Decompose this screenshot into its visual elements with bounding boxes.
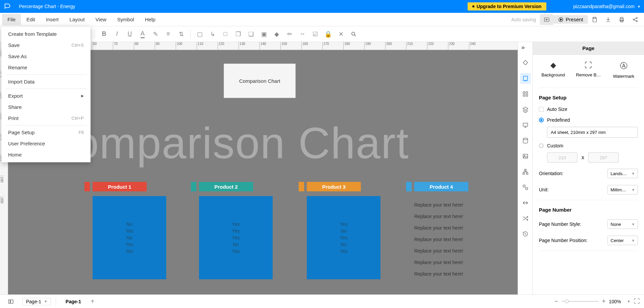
product-row[interactable]: Yes <box>232 228 240 234</box>
product-row[interactable]: No <box>126 235 132 240</box>
product-row[interactable]: No <box>126 221 132 227</box>
rail-image-icon[interactable] <box>520 151 531 162</box>
tool-background[interactable]: ◆Background <box>536 61 570 79</box>
expand-rail-icon[interactable]: » <box>521 44 525 51</box>
product-row[interactable]: Yes <box>126 248 133 254</box>
pn-style-select[interactable]: None▼ <box>608 219 638 229</box>
bold-icon[interactable]: B <box>98 28 110 40</box>
menu-insert[interactable]: Insert <box>41 14 64 25</box>
product-row[interactable]: No <box>341 242 347 247</box>
orientation-select[interactable]: Lands…▼ <box>608 169 638 178</box>
present-button[interactable]: Present <box>553 15 588 24</box>
rail-history-icon[interactable] <box>520 229 531 239</box>
highlight-icon[interactable]: ✎ <box>150 28 161 40</box>
product-row[interactable]: Replace your text here! <box>414 271 463 277</box>
menu-view[interactable]: View <box>90 14 112 25</box>
pages-view-icon[interactable] <box>4 296 18 307</box>
app-logo[interactable] <box>0 3 15 10</box>
product-row[interactable]: Yes <box>232 248 240 254</box>
rail-theme-icon[interactable] <box>520 57 531 68</box>
italic-icon[interactable]: I <box>111 28 123 40</box>
page-tab-1[interactable]: Page-1 <box>61 299 86 304</box>
arrow-style-icon[interactable]: ↔ <box>297 28 308 40</box>
product-row[interactable]: Yes <box>340 248 348 254</box>
product-row[interactable]: No <box>233 242 239 247</box>
product-row[interactable]: Replace your text here! <box>414 225 463 231</box>
file-user-preference[interactable]: User Preference <box>1 138 91 149</box>
upgrade-button[interactable]: Upgrade to Premium Version <box>468 2 546 10</box>
file-print[interactable]: PrintCtrl+P <box>1 113 91 124</box>
unit-select[interactable]: Millim…▼ <box>608 185 638 194</box>
file-home[interactable]: Home <box>1 149 91 160</box>
page-selector[interactable]: Page-1▼ <box>22 298 51 305</box>
shape-icon[interactable]: □ <box>220 28 231 40</box>
underline-icon[interactable]: U <box>124 28 135 40</box>
rail-shuffle-icon[interactable] <box>520 213 531 224</box>
file-save-as[interactable]: Save As <box>1 51 91 62</box>
file-page-setup[interactable]: Page SetupF6 <box>1 127 91 138</box>
rail-grid-icon[interactable] <box>520 89 531 99</box>
product-row[interactable]: Replace your text here! <box>414 202 463 208</box>
tool-remove-bg[interactable]: ⛶Remove B… <box>571 61 605 79</box>
ungroup-icon[interactable]: ❏ <box>245 28 257 40</box>
connector-icon[interactable]: ↳ <box>207 28 218 40</box>
predefined-radio[interactable] <box>539 118 544 122</box>
pn-pos-select[interactable]: Center▼ <box>608 236 638 245</box>
rail-presentation-icon[interactable] <box>520 120 531 131</box>
font-color-icon[interactable]: A <box>137 28 148 40</box>
rail-data-icon[interactable] <box>520 135 531 146</box>
product-row[interactable]: Replace your text here! <box>414 248 463 254</box>
file-save[interactable]: SaveCtrl+S <box>1 40 91 51</box>
file-share[interactable]: Share <box>1 101 91 113</box>
menu-edit[interactable]: Edit <box>21 14 41 25</box>
product-row[interactable]: Yes <box>126 242 133 247</box>
width-input[interactable] <box>547 152 577 163</box>
rail-spacing-icon[interactable] <box>520 197 531 208</box>
add-page-button[interactable]: + <box>91 298 95 305</box>
product-row[interactable]: Replace your text here! <box>414 260 463 265</box>
zoom-slider[interactable] <box>562 301 599 302</box>
stroke-icon[interactable]: ✏ <box>284 28 295 40</box>
product-row[interactable]: Yes <box>340 235 348 240</box>
share-icon[interactable] <box>628 14 642 25</box>
search-icon[interactable] <box>348 28 360 40</box>
file-export[interactable]: Export▶ <box>1 90 91 101</box>
product-row[interactable]: Yes <box>232 235 240 240</box>
print-icon[interactable] <box>615 14 628 25</box>
custom-radio[interactable] <box>539 143 544 148</box>
menu-layout[interactable]: Layout <box>64 14 90 25</box>
menu-file[interactable]: File <box>2 14 21 25</box>
product-4-header[interactable]: Product 4 <box>414 182 468 191</box>
height-input[interactable] <box>588 152 619 163</box>
align-icon[interactable]: ≡ <box>163 28 174 40</box>
product-row[interactable]: Replace your text here! <box>414 237 463 242</box>
product-3-header[interactable]: Product 3 <box>307 182 361 191</box>
preview-icon[interactable] <box>540 14 553 25</box>
product-2-header[interactable]: Product 2 <box>199 182 253 191</box>
product-row[interactable]: Yes <box>340 221 348 227</box>
tools-icon[interactable]: ✕ <box>335 28 347 40</box>
file-rename[interactable]: Rename <box>1 62 91 73</box>
file-import-data[interactable]: Import Data <box>1 76 91 87</box>
paper-size-select[interactable]: A4 sheet, 210mm x 297 mm <box>547 127 638 138</box>
product-row[interactable]: No <box>341 228 347 234</box>
edit-icon[interactable]: ☑ <box>309 28 321 40</box>
fill-icon[interactable]: ◆ <box>271 28 282 40</box>
rail-page-icon[interactable] <box>520 73 531 84</box>
download-icon[interactable] <box>601 14 615 25</box>
product-row[interactable]: Yes <box>126 228 133 234</box>
fit-screen-icon[interactable]: ⛶ <box>634 298 640 305</box>
zoom-out-button[interactable]: − <box>554 298 558 305</box>
menu-help[interactable]: Help <box>140 14 161 25</box>
user-menu[interactable]: pizzaandparatha@gmail.com ▼ <box>570 4 644 9</box>
save-icon[interactable] <box>588 14 601 25</box>
text-box-icon[interactable]: ▢ <box>194 28 205 40</box>
product-1-header[interactable]: Product 1 <box>93 182 147 191</box>
chevron-down-icon[interactable]: ▼ <box>627 300 630 303</box>
line-spacing-icon[interactable]: ⇅ <box>175 28 187 40</box>
group-icon[interactable]: ❐ <box>232 28 244 40</box>
auto-size-checkbox[interactable] <box>539 107 544 112</box>
tool-watermark[interactable]: ⒶWatermark <box>607 61 641 79</box>
arrange-icon[interactable]: ▣ <box>258 28 270 40</box>
file-create-template[interactable]: Create from Template <box>1 28 91 40</box>
